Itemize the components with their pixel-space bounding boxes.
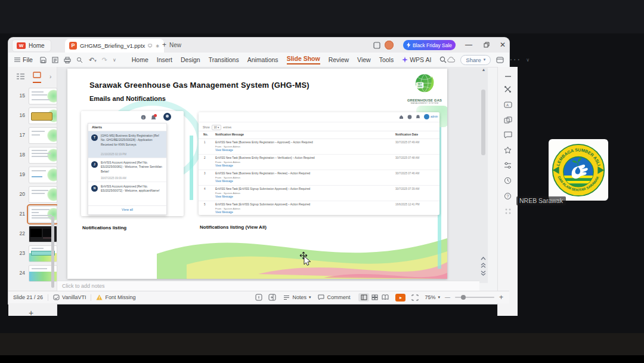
canvas-scrollbar-thumb[interactable] [481, 90, 485, 155]
home-icon [399, 115, 404, 119]
menu-insert[interactable]: Insert [157, 56, 172, 63]
cloud-sync-icon[interactable] [447, 57, 455, 63]
next-slide-icon[interactable] [481, 270, 486, 276]
comment-icon [318, 294, 324, 300]
find-replace-icon[interactable] [76, 57, 83, 63]
previous-slide-icon[interactable] [481, 263, 486, 268]
mouse-cursor [299, 251, 312, 267]
thumbnail-scrollbar[interactable] [51, 216, 54, 288]
file-menu[interactable]: File [14, 56, 33, 63]
slide-sorter-view-button[interactable] [369, 293, 380, 302]
slide-thumb-15[interactable]: 15 [8, 88, 57, 104]
slide-thumb-24[interactable]: 24 [8, 265, 57, 282]
slide-thumb-18[interactable]: 18 [8, 147, 57, 164]
caption-left: Notifications listing [82, 225, 126, 230]
collapse-pane-icon[interactable] [504, 75, 512, 78]
help-icon[interactable]: ? [504, 192, 512, 200]
scroll-up-arrow[interactable]: ▲ [481, 67, 487, 72]
zoom-out-button[interactable]: — [445, 294, 450, 300]
slide-thumb-21-selected[interactable]: 21 [8, 206, 57, 223]
spellcheck-language[interactable]: VanillaVTI [53, 294, 86, 300]
side-panel-icon[interactable] [268, 294, 276, 301]
notes-toggle[interactable]: Notes▾ [283, 294, 311, 300]
table-row: 1EnVISS New Task [Business Entity Regist… [199, 139, 439, 155]
zoom-level[interactable]: 75%▾ [425, 294, 440, 300]
printer-icon[interactable] [64, 57, 71, 63]
search-icon[interactable] [439, 56, 447, 63]
menu-slide-show[interactable]: Slide Show [287, 55, 320, 64]
quick-tools-icon[interactable] [504, 85, 512, 93]
menu-home[interactable]: Home [132, 56, 148, 63]
minimize-button[interactable]: — [463, 39, 474, 50]
collapse-ribbon-icon[interactable]: ∨ [526, 57, 530, 63]
view-all-link: View all [88, 205, 166, 211]
slide-thumb-16[interactable]: 16 [8, 107, 57, 124]
presentation-file-icon: P [69, 42, 77, 50]
reading-view-button[interactable] [380, 293, 391, 302]
account-avatar[interactable] [385, 41, 394, 50]
meeting-screen: W Home P GHGMS_Briefing_v1.pptx ∗ + New … [0, 0, 644, 363]
outline-view-icon[interactable] [17, 73, 24, 80]
restore-button[interactable] [481, 39, 492, 50]
close-button[interactable]: ✕ [497, 39, 508, 50]
tab-layout-icon[interactable] [373, 42, 380, 49]
zoom-slider-handle[interactable] [461, 295, 466, 300]
caption-right: Notifications listing (View All) [200, 224, 267, 230]
slide-thumb-17[interactable]: 17 [8, 127, 57, 144]
comment-button[interactable]: Comment [318, 294, 350, 300]
zoom-slider[interactable] [455, 297, 494, 298]
ribbon-layout-icon[interactable] [496, 57, 504, 63]
wps-toolbar: File ↶▾ ↷ ∨ Home Insert Design Transitio… [8, 53, 509, 67]
participant-video-tile[interactable]: LEMBAGA SUMBER ASLI DAN ALAM SEKITAR SAR… [549, 139, 608, 201]
undo-button[interactable]: ↶▾ [89, 56, 97, 64]
slide-thumb-19[interactable]: 19 [8, 167, 57, 183]
animation-pane-icon[interactable]: A [504, 101, 512, 109]
info-icon [407, 115, 412, 119]
notes-input[interactable]: Click to add notes [57, 281, 479, 291]
slide-thumb-20[interactable]: 20 [8, 186, 57, 203]
toolbar-expand-chevron-icon[interactable]: ∨ [113, 57, 116, 63]
home-tab[interactable]: W Home [12, 39, 51, 52]
save-icon[interactable] [40, 57, 47, 63]
slideshow-play-button[interactable]: ▸ [395, 294, 405, 302]
comment-pane-icon[interactable] [504, 131, 512, 139]
participant-name-label: NREB Sarawak [516, 196, 566, 205]
notification-badge [154, 114, 157, 117]
document-tab[interactable]: P GHGMS_Briefing_v1.pptx ∗ [65, 39, 164, 53]
menu-animations[interactable]: Animations [247, 56, 278, 63]
normal-view-button[interactable] [358, 293, 369, 302]
new-tab-button[interactable]: + New [162, 41, 181, 49]
slide-21-canvas[interactable]: Sarawak Greenhouse Gas Management System… [67, 69, 447, 279]
share-button[interactable]: Share ▾ [460, 55, 491, 65]
menu-review[interactable]: Review [329, 56, 349, 63]
zoom-in-button[interactable]: + [499, 293, 503, 302]
more-options-icon[interactable]: ··· [509, 54, 521, 65]
alerts-dropdown: Alerts T [GHG-MS] Business Entity Regist… [88, 123, 167, 215]
svg-text:?: ? [507, 194, 509, 198]
menu-tools[interactable]: Tools [379, 56, 394, 63]
collapse-panel-icon[interactable]: › [49, 73, 51, 80]
fit-slide-icon[interactable] [411, 294, 419, 301]
slide-thumb-23[interactable]: 23 [8, 245, 57, 262]
slide-view-icon[interactable] [33, 70, 41, 83]
print-preview-icon[interactable] [52, 57, 58, 63]
menu-wps-ai[interactable]: WPS AI [402, 56, 431, 63]
wps-logo: W [17, 42, 26, 49]
redo-button[interactable]: ↷ [102, 56, 107, 64]
scroll-up-icon[interactable] [481, 257, 486, 260]
menu-design[interactable]: Design [181, 56, 200, 63]
settings-sliders-icon[interactable] [504, 162, 512, 169]
history-icon[interactable] [504, 177, 512, 184]
shapes-pane-icon[interactable] [504, 116, 512, 124]
add-slide-button[interactable]: + [29, 308, 33, 318]
task-window-icon[interactable] [255, 294, 262, 301]
font-missing-warning[interactable]: Font Missing [96, 294, 135, 300]
black-friday-sale-button[interactable]: Black Friday Sale [403, 40, 456, 50]
menu-transitions[interactable]: Transitions [209, 56, 239, 63]
favorites-icon[interactable] [504, 146, 512, 154]
slide-thumbnail-panel: › 15 16 17 18 19 20 21 22 23 24 + [8, 67, 57, 316]
ghgms-logo-line2: MANAGEMENT SYSTEM [405, 102, 444, 104]
slide-thumb-22[interactable]: 22 [8, 226, 57, 242]
apps-grid-icon[interactable] [504, 208, 512, 215]
menu-view[interactable]: View [357, 56, 371, 63]
